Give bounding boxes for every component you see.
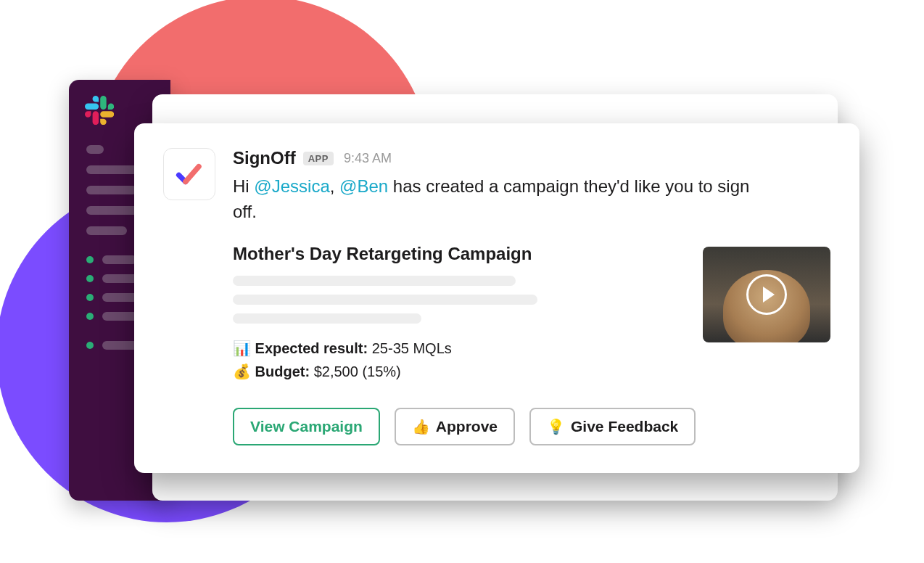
app-badge: APP xyxy=(303,152,334,165)
give-feedback-button[interactable]: 💡 Give Feedback xyxy=(529,408,696,445)
view-campaign-button[interactable]: View Campaign xyxy=(233,408,380,445)
sidebar-placeholder xyxy=(86,226,127,235)
message-text-part: Hi xyxy=(233,176,254,196)
view-campaign-label: View Campaign xyxy=(250,418,363,435)
give-feedback-label: Give Feedback xyxy=(571,418,678,435)
approve-label: Approve xyxy=(436,418,498,435)
expected-result-value: 25-35 MQLs xyxy=(372,340,452,356)
budget-line: 💰 Budget: $2,500 (15%) xyxy=(233,363,682,380)
video-thumbnail[interactable] xyxy=(703,247,830,342)
thumbs-up-icon: 👍 xyxy=(412,418,430,435)
presence-dot-icon xyxy=(86,294,94,301)
sidebar-placeholder xyxy=(86,186,137,194)
expected-result-line: 📊 Expected result: 25-35 MQLs xyxy=(233,340,682,357)
message-text-part: , xyxy=(330,176,339,196)
campaign-title: Mother's Day Retargeting Campaign xyxy=(233,244,682,264)
play-icon xyxy=(746,274,787,315)
money-bag-icon: 💰 xyxy=(233,363,251,379)
slack-logo-icon xyxy=(85,96,114,125)
approve-button[interactable]: 👍 Approve xyxy=(395,408,515,445)
message-header: SignOff APP 9:43 AM xyxy=(233,148,830,168)
mention-jessica[interactable]: @Jessica xyxy=(254,176,329,196)
app-avatar xyxy=(163,148,215,200)
slack-message-card: SignOff APP 9:43 AM Hi @Jessica, @Ben ha… xyxy=(134,123,859,473)
expected-result-label: Expected result: xyxy=(255,340,368,356)
budget-value: $2,500 (15%) xyxy=(314,363,401,379)
sidebar-placeholder xyxy=(86,145,104,154)
message-timestamp: 9:43 AM xyxy=(344,151,392,166)
campaign-description-placeholder xyxy=(233,276,682,324)
mention-ben[interactable]: @Ben xyxy=(339,176,388,196)
presence-dot-icon xyxy=(86,342,94,349)
bar-chart-icon: 📊 xyxy=(233,340,251,356)
signoff-check-icon xyxy=(174,159,205,189)
presence-dot-icon xyxy=(86,275,94,282)
budget-label: Budget: xyxy=(255,363,310,379)
sidebar-placeholder xyxy=(102,255,137,264)
message-text: Hi @Jessica, @Ben has created a campaign… xyxy=(233,174,755,225)
presence-dot-icon xyxy=(86,256,94,263)
lightbulb-icon: 💡 xyxy=(547,418,565,435)
presence-dot-icon xyxy=(86,313,94,320)
app-name: SignOff xyxy=(233,148,296,168)
